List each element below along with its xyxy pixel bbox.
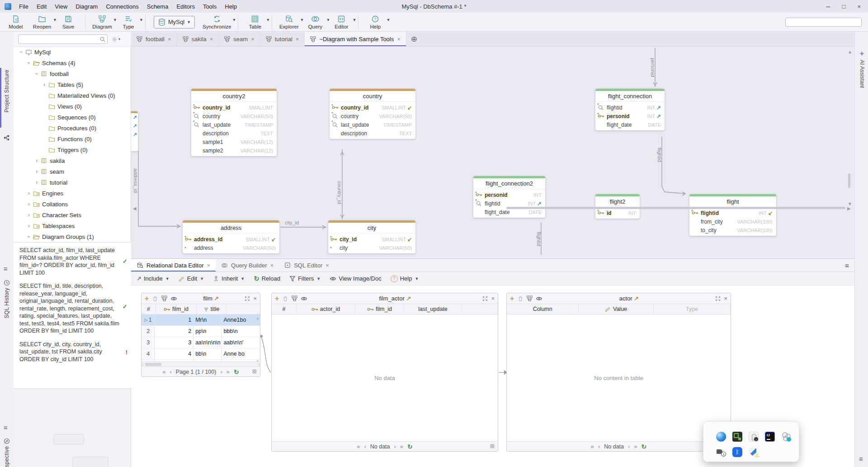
close-icon[interactable]: × <box>397 36 401 43</box>
tree-item-football[interactable]: ›football <box>14 68 127 79</box>
grid-options-icon[interactable] <box>252 369 257 374</box>
tab-project-structure[interactable]: Project Structure <box>4 70 10 114</box>
tree-item-mysql[interactable]: ›MySql <box>14 47 127 57</box>
tree-settings-button[interactable]: ▾ <box>111 36 120 43</box>
scroll-down-icon[interactable]: ▼ <box>848 201 852 206</box>
column-header-Column[interactable]: Column <box>507 304 579 314</box>
tree-item-engines[interactable]: ›Engines <box>14 188 127 199</box>
column-flight_date[interactable]: flight_date DATE <box>595 120 665 129</box>
table-title[interactable]: country <box>330 91 415 102</box>
sql-history-entry[interactable]: SELECT film_id, title, description, rele… <box>14 278 131 337</box>
table-flight_connection[interactable]: flight_connection * flightid INT ↗ * per… <box>595 89 665 130</box>
menu-help[interactable]: Help <box>221 3 241 10</box>
fk-arrow-icon[interactable]: ↗ <box>656 113 661 119</box>
column-header-#[interactable]: # <box>142 304 156 314</box>
editor-tab-relational-data-editor[interactable]: Relational Data Editor× <box>131 259 216 272</box>
close-icon[interactable]: × <box>251 36 255 43</box>
first-page-icon[interactable]: « <box>357 443 360 450</box>
sql-history-entry[interactable]: SELECT city_id, city, country_id, last_u… <box>14 337 131 365</box>
column-header-empty[interactable] <box>462 304 498 314</box>
close-icon[interactable]: × <box>270 262 274 269</box>
menu-view[interactable]: View <box>51 3 71 10</box>
column-header-title[interactable]: title <box>197 304 226 314</box>
tree-item-materialized-views-0[interactable]: Materialized Views (0) <box>14 90 127 101</box>
diagram-tab-tutorial[interactable]: tutorial× <box>260 32 305 46</box>
minimize-button[interactable]: ─ <box>826 3 830 10</box>
table-title[interactable]: flight_connection2 <box>473 178 545 189</box>
table-flight_connection2[interactable]: flight_connection2 * personid INT * flig… <box>473 176 545 218</box>
scroll-up-icon[interactable]: ∧ <box>256 316 259 321</box>
prev-page-icon[interactable]: ‹ <box>170 368 171 375</box>
next-page-icon[interactable]: › <box>220 368 222 375</box>
diagram-tab-football[interactable]: football× <box>131 32 177 46</box>
tree-item-functions-0[interactable]: Functions (0) <box>14 133 127 144</box>
chevron-down-icon[interactable]: ▼ <box>266 18 270 22</box>
column-header-last_update[interactable]: last_update <box>404 304 462 314</box>
table-row[interactable]: ▷1 1 Mr\n Anne1bo <box>142 315 260 326</box>
first-page-icon[interactable]: « <box>591 443 594 450</box>
tab-sql-history[interactable]: SQL History <box>4 288 10 320</box>
help-button[interactable]: ?Help▼ <box>391 275 419 282</box>
table-title[interactable]: address <box>183 223 279 234</box>
editor-button[interactable]: Editor▼ <box>328 14 354 30</box>
close-button[interactable]: × <box>857 3 861 10</box>
editor-tab-sql-editor[interactable]: SQL Editor× <box>279 259 335 272</box>
diagram-canvas[interactable]: address_idcountry_idcity_idpersonidfligh… <box>131 47 854 258</box>
column-sample2[interactable]: sample2 VARCHAR(12) <box>191 146 277 155</box>
fk-arrow-icon[interactable]: ↗ <box>537 200 542 207</box>
chevron-down-icon[interactable]: ▼ <box>386 18 390 22</box>
chevron-right-icon[interactable]: › <box>33 157 40 164</box>
audio-warning-icon[interactable]: ! <box>716 447 726 457</box>
column-city[interactable]: * city VARCHAR(50) <box>328 243 415 252</box>
tree-item-collations[interactable]: ›Collations <box>14 199 127 210</box>
table-city[interactable]: city * city_id SMALLINT ↙ * city VARCHAR… <box>328 220 415 253</box>
canvas-vscrollbar[interactable] <box>848 173 850 188</box>
close-icon[interactable]: × <box>168 36 171 43</box>
table-title[interactable]: country2 <box>191 91 277 102</box>
menu-file[interactable]: File <box>15 3 33 10</box>
next-page-icon[interactable]: › <box>628 443 630 450</box>
scroll-left-icon[interactable]: ◀ <box>133 206 137 211</box>
first-page-icon[interactable]: « <box>162 368 165 375</box>
connection-selector[interactable]: MySql▼ <box>154 16 195 29</box>
tree-item-diagram-groups-1[interactable]: ›Diagram Groups (1) <box>14 231 127 242</box>
table-flight2[interactable]: flight2 * id INT <box>595 194 640 219</box>
column-sample1[interactable]: sample1 VARCHAR(12) <box>191 138 277 146</box>
chevron-down-icon[interactable]: › <box>26 234 32 240</box>
column-header-Value[interactable]: Value <box>579 304 653 314</box>
table-title[interactable]: flight_connection <box>595 91 665 102</box>
diagram-button[interactable]: Diagram▼ <box>89 14 115 30</box>
column-last_update[interactable]: * last_update TIMESTAMP <box>191 120 277 129</box>
tree-item-tables-5[interactable]: ›Tables (5) <box>14 79 127 90</box>
menu-diagram[interactable]: Diagram <box>71 3 102 10</box>
panel-title[interactable]: film_actor ↗ <box>311 295 479 302</box>
bluetooth-icon[interactable]: ᛒ <box>732 447 742 457</box>
toolbar-search-input[interactable] <box>785 18 862 27</box>
tree-item-views-0[interactable]: Views (0) <box>14 101 127 112</box>
table-address[interactable]: address * address_id SMALLINT ↙ * addres… <box>183 220 279 253</box>
fk-arrow-icon[interactable]: ↙ <box>407 236 412 243</box>
table-row[interactable]: 3 3 aa\n\n\n\n aab\n\n' <box>142 337 260 348</box>
synchronize-button[interactable]: Synchronize▼ <box>199 14 234 30</box>
close-icon[interactable]: × <box>724 295 727 302</box>
panel-title[interactable]: actor ↗ <box>546 295 712 302</box>
column-flightid[interactable]: * flightid INT ↙ <box>689 209 776 217</box>
column-address_id[interactable]: * address_id SMALLINT ↙ <box>183 235 279 243</box>
panel-title[interactable]: film ↗ <box>180 295 241 302</box>
refresh-icon[interactable]: ↻ <box>234 368 239 376</box>
table-row[interactable]: 2 2 pp\n bbb\n <box>142 326 260 337</box>
table-flight[interactable]: flight * flightid INT ↙ from_city VARCHA… <box>689 194 776 236</box>
tree-item-character-sets[interactable]: ›Character Sets <box>14 210 127 220</box>
fk-arrow-icon[interactable]: ↙ <box>271 236 276 243</box>
column-header-film_id[interactable]: film_id <box>156 304 197 314</box>
type-button[interactable]: Type▼ <box>115 14 142 30</box>
chevron-right-icon[interactable]: › <box>33 168 40 175</box>
column-description[interactable]: description TEXT <box>191 129 277 138</box>
new-diagram-tab-button[interactable]: ⊕ <box>406 32 422 46</box>
explorer-button[interactable]: Explorer▼ <box>276 14 302 30</box>
add-row-icon[interactable]: + <box>275 296 279 301</box>
inherit-button[interactable]: Inherit▼ <box>213 275 245 282</box>
code-app-icon[interactable] <box>732 432 742 442</box>
table-country2[interactable]: country2 * country_id SMALLINT * country… <box>191 89 277 156</box>
column-header-Type[interactable]: Type <box>654 304 731 314</box>
